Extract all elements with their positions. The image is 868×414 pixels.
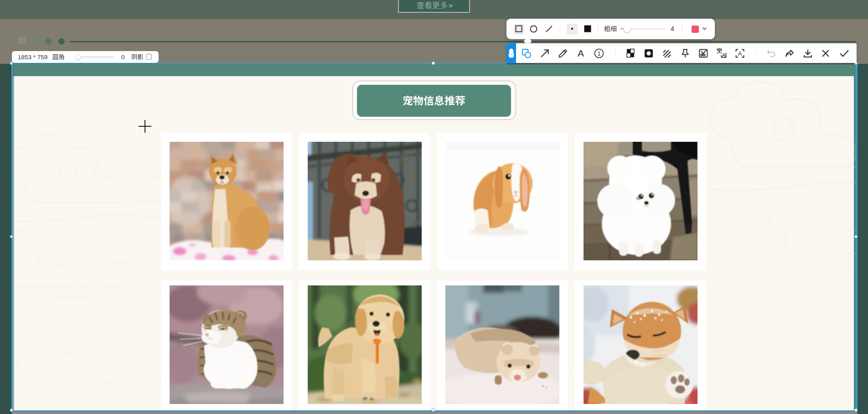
- svg-text:A: A: [738, 50, 742, 57]
- svg-text:A: A: [722, 52, 726, 58]
- svg-text:1: 1: [598, 50, 601, 57]
